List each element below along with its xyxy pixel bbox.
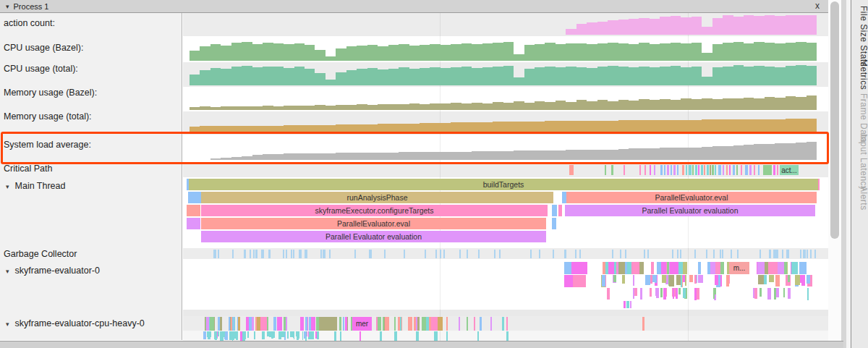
skyframe-evaluator-0-slice[interactable]: [776, 288, 779, 297]
skyframe-evaluator-cpu-heavy-0-slice[interactable]: [408, 317, 412, 331]
skyframe-evaluator-cpu-heavy-0-slice[interactable]: [242, 331, 245, 341]
skyframe-evaluator-0-slice[interactable]: [634, 288, 637, 296]
flame-bar[interactable]: [818, 179, 820, 190]
skyframe-evaluator-cpu-heavy-0-slice[interactable]: [318, 317, 337, 331]
horizontal-scrollbar[interactable]: [0, 341, 843, 348]
track-label-skyframe-evaluator-0[interactable]: ▾skyframe-evaluator-0: [6, 266, 100, 276]
skyframe-evaluator-cpu-heavy-0-slice[interactable]: [210, 331, 210, 338]
skyframe-evaluator-0-slice[interactable]: [618, 262, 625, 274]
skyframe-evaluator-0-slice[interactable]: [571, 262, 587, 274]
counter-chart-cpu_total[interactable]: [190, 64, 817, 85]
skyframe-evaluator-cpu-heavy-0-slice[interactable]: [429, 317, 430, 331]
skyframe-evaluator-cpu-heavy-0-slice[interactable]: [277, 317, 282, 331]
skyframe-evaluator-0-slice[interactable]: [791, 262, 798, 274]
skyframe-evaluator-0-slice[interactable]: [807, 275, 810, 284]
skyframe-evaluator-cpu-heavy-0-slice[interactable]: [240, 331, 242, 341]
skyframe-evaluator-cpu-heavy-0-slice[interactable]: [271, 331, 273, 339]
flame-bar[interactable]: [552, 205, 557, 216]
skyframe-evaluator-cpu-heavy-0-slice[interactable]: [249, 317, 252, 331]
skyframe-evaluator-0-slice[interactable]: [689, 275, 694, 282]
skyframe-evaluator-0-slice[interactable]: [630, 301, 631, 308]
skyframe-evaluator-cpu-heavy-0-slice[interactable]: [255, 317, 257, 331]
skyframe-evaluator-cpu-heavy-0-slice[interactable]: [422, 317, 425, 331]
skyframe-evaluator-0-slice[interactable]: [564, 262, 571, 274]
skyframe-evaluator-cpu-heavy-0-slice[interactable]: [477, 331, 479, 341]
skyframe-evaluator-cpu-heavy-0-slice[interactable]: [311, 331, 314, 339]
skyframe-evaluator-cpu-heavy-0-slice[interactable]: [385, 317, 389, 331]
skyframe-evaluator-0-slice[interactable]: [694, 275, 696, 284]
skyframe-evaluator-0-slice[interactable]: [713, 288, 715, 299]
skyframe-evaluator-cpu-heavy-0-slice[interactable]: [282, 331, 285, 337]
skyframe-evaluator-cpu-heavy-0-slice[interactable]: [446, 331, 448, 341]
flame-bar-parallel-evaluator-evaluation[interactable]: Parallel Evaluator evaluation: [565, 205, 815, 216]
skyframe-evaluator-cpu-heavy-0-slice[interactable]: [359, 331, 361, 341]
skyframe-evaluator-0-slice[interactable]: [783, 288, 785, 297]
skyframe-evaluator-cpu-heavy-0-slice[interactable]: [642, 317, 644, 331]
skyframe-evaluator-cpu-heavy-0-slice[interactable]: [308, 331, 309, 337]
skyframe-evaluator-0-slice-labeled[interactable]: m...: [729, 262, 749, 274]
skyframe-evaluator-cpu-heavy-0-slice[interactable]: [238, 317, 241, 331]
skyframe-evaluator-cpu-heavy-0-slice[interactable]: [394, 317, 396, 331]
skyframe-evaluator-0-slice[interactable]: [778, 262, 784, 274]
skyframe-evaluator-0-slice[interactable]: [715, 275, 718, 285]
skyframe-evaluator-0-slice[interactable]: [602, 275, 605, 287]
skyframe-evaluator-0-slice[interactable]: [768, 262, 774, 274]
skyframe-evaluator-0-slice[interactable]: [564, 275, 573, 287]
skyframe-evaluator-cpu-heavy-0-slice[interactable]: [378, 317, 381, 331]
skyframe-evaluator-0-slice[interactable]: [767, 288, 771, 300]
skyframe-evaluator-0-slice[interactable]: [676, 288, 678, 299]
skyframe-evaluator-0-slice[interactable]: [788, 288, 791, 299]
skyframe-evaluator-0-slice[interactable]: [698, 262, 700, 274]
skyframe-evaluator-0-slice[interactable]: [650, 288, 652, 297]
track-label-system-load-average-[interactable]: System load average:: [4, 140, 91, 150]
flame-bar[interactable]: [187, 205, 200, 216]
skyframe-evaluator-cpu-heavy-0-slice[interactable]: [506, 317, 508, 331]
skyframe-evaluator-0-slice[interactable]: [613, 275, 617, 282]
skyframe-evaluator-cpu-heavy-0-slice[interactable]: [317, 331, 319, 339]
skyframe-evaluator-0-slice[interactable]: [662, 275, 666, 283]
skyframe-evaluator-0-slice[interactable]: [760, 288, 762, 297]
skyframe-evaluator-cpu-heavy-0-slice[interactable]: [206, 317, 210, 331]
skyframe-evaluator-cpu-heavy-0-slice[interactable]: [334, 331, 336, 341]
skyframe-evaluator-0-slice[interactable]: [775, 275, 780, 287]
skyframe-evaluator-cpu-heavy-0-slice[interactable]: [340, 331, 341, 341]
skyframe-evaluator-0-slice[interactable]: [807, 288, 809, 300]
skyframe-evaluator-0-slice[interactable]: [670, 262, 678, 274]
skyframe-evaluator-cpu-heavy-0-slice[interactable]: [506, 331, 509, 341]
skyframe-evaluator-cpu-heavy-0-slice[interactable]: [502, 317, 504, 331]
skyframe-evaluator-cpu-heavy-0-slice[interactable]: [225, 331, 228, 340]
skyframe-evaluator-cpu-heavy-0-slice[interactable]: [467, 317, 468, 331]
skyframe-evaluator-0-slice[interactable]: [710, 262, 715, 274]
skyframe-evaluator-0-slice[interactable]: [603, 262, 606, 274]
flame-bar-parallel-evaluator-evaluation[interactable]: Parallel Evaluator evaluation: [201, 231, 546, 242]
skyframe-evaluator-0-slice[interactable]: [795, 275, 800, 285]
skyframe-evaluator-cpu-heavy-0-slice[interactable]: [311, 317, 315, 331]
track-label-garbage-collector[interactable]: Garbage Collector: [4, 249, 77, 259]
skyframe-evaluator-cpu-heavy-0-slice[interactable]: [286, 317, 287, 331]
skyframe-evaluator-cpu-heavy-0-slice[interactable]: [293, 331, 294, 338]
skyframe-evaluator-cpu-heavy-0-slice[interactable]: [438, 317, 443, 331]
skyframe-evaluator-cpu-heavy-0-slice[interactable]: [236, 331, 238, 340]
skyframe-evaluator-0-slice[interactable]: [683, 288, 686, 298]
collapse-arrow-icon[interactable]: ▾: [6, 3, 9, 10]
skyframe-evaluator-cpu-heavy-0-slice[interactable]: [417, 317, 420, 331]
skyframe-evaluator-0-slice[interactable]: [769, 275, 774, 282]
skyframe-evaluator-cpu-heavy-0-slice[interactable]: [339, 317, 341, 331]
skyframe-evaluator-0-slice[interactable]: [651, 262, 655, 274]
skyframe-evaluator-0-slice[interactable]: [683, 275, 685, 282]
skyframe-evaluator-0-slice[interactable]: [673, 288, 675, 299]
skyframe-evaluator-0-slice[interactable]: [663, 288, 666, 300]
skyframe-evaluator-0-slice[interactable]: [681, 275, 683, 287]
skyframe-evaluator-cpu-heavy-0-slice[interactable]: [210, 317, 214, 331]
collapse-arrow-icon[interactable]: ▾: [6, 183, 9, 190]
counter-chart-action_count[interactable]: [190, 14, 817, 35]
skyframe-evaluator-cpu-heavy-0-slice[interactable]: [215, 331, 217, 340]
skyframe-evaluator-0-slice[interactable]: [698, 275, 702, 283]
track-label-main-thread[interactable]: ▾Main Thread: [6, 181, 65, 191]
track-label-skyframe-evaluator-cpu-heavy-0[interactable]: ▾skyframe-evaluator-cpu-heavy-0: [6, 318, 145, 328]
skyframe-evaluator-cpu-heavy-0-slice[interactable]: [203, 331, 206, 339]
skyframe-evaluator-cpu-heavy-0-slice[interactable]: [416, 331, 419, 341]
skyframe-evaluator-cpu-heavy-0-slice[interactable]: [383, 317, 385, 331]
skyframe-evaluator-cpu-heavy-0-slice[interactable]: [380, 331, 382, 341]
skyframe-evaluator-0-slice[interactable]: [788, 275, 790, 282]
